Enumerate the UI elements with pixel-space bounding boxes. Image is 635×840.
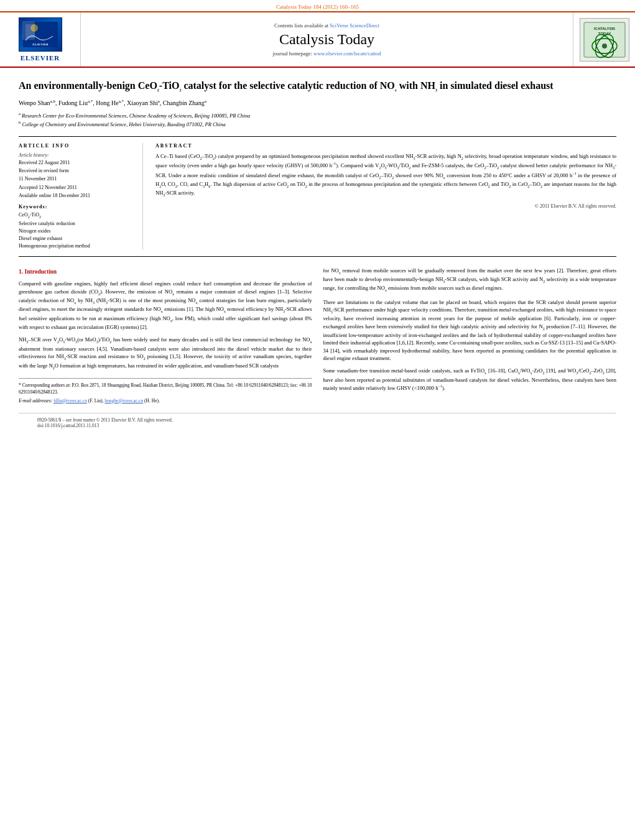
elsevier-logo-image: ELSEVIER	[19, 17, 62, 52]
journal-center: Contents lists available at SciVerse Sci…	[81, 12, 573, 67]
homepage-link[interactable]: www.elsevier.com/locate/cattod	[313, 50, 381, 57]
catalysis-logo-area: ICATALYSIS TODAY	[573, 12, 635, 67]
affiliation-b: b College of Chemistry and Environmental…	[19, 119, 616, 129]
article-info-title: ARTICLE INFO	[19, 143, 134, 149]
intro-heading: 1. Introduction	[19, 268, 312, 277]
abstract-column: ABSTRACT A Ce–Ti based (CeO2–TiO2) catal…	[155, 143, 616, 250]
history-label: Article history:	[19, 152, 134, 158]
right-para-2: There are limitations to the catalyst vo…	[323, 298, 617, 362]
body-columns: 1. Introduction Compared with gasoline e…	[19, 267, 616, 407]
doi-line: doi:10.1016/j.cattod.2011.11.013	[37, 423, 598, 428]
issn-line: 0920-5861/$ – see front matter © 2011 El…	[37, 417, 598, 423]
keywords-section: Keywords: CeO2-TiO2 Selective catalytic …	[19, 204, 134, 250]
copyright-line: © 2011 Elsevier B.V. All rights reserved…	[155, 203, 616, 209]
info-abstract-section: ARTICLE INFO Article history: Received 2…	[19, 136, 616, 257]
body-left-column: 1. Introduction Compared with gasoline e…	[19, 267, 312, 407]
keyword-2: Selective catalytic reduction	[19, 220, 134, 228]
elsevier-logo-area: ELSEVIER ELSEVIER	[0, 12, 81, 67]
affiliations: a Research Center for Eco-Environmental …	[19, 111, 616, 129]
footnote-emails: E-mail addresses: fdliu@rcees.ac.cn (F. …	[19, 398, 312, 405]
article-title: An environmentally-benign CeO2-TiO2 cata…	[19, 79, 616, 93]
elsevier-label: ELSEVIER	[21, 54, 60, 62]
catalysis-logo: ICATALYSIS TODAY	[580, 18, 629, 62]
svg-point-11	[602, 44, 607, 48]
footnote-corresponding: * Corresponding authors at: P.O. Box 287…	[19, 382, 312, 396]
journal-header: ELSEVIER ELSEVIER Contents lists availab…	[0, 12, 635, 68]
contents-available-line: Contents lists available at SciVerse Sci…	[274, 22, 379, 29]
sciversedirect-link[interactable]: SciVerse ScienceDirect	[330, 22, 379, 29]
keywords-title: Keywords:	[19, 204, 134, 210]
intro-para-2: NH3–SCR over V2O5-WO3(or MoO3)/TiO2 has …	[19, 336, 312, 370]
abstract-text: A Ce–Ti based (CeO2–TiO2) catalyst prepa…	[155, 152, 616, 198]
keyword-5: Homogeneous precipitation method	[19, 242, 134, 250]
right-para-1: for NOx removal from mobile sources will…	[323, 267, 617, 293]
article-content: An environmentally-benign CeO2-TiO2 cata…	[0, 68, 635, 443]
svg-text:ICATALYSIS: ICATALYSIS	[593, 27, 614, 30]
accepted-date: Accepted 12 November 2011	[19, 184, 134, 191]
keyword-3: Nitrogen oxides	[19, 228, 134, 235]
revised-label: Received in revised form	[19, 167, 134, 174]
intro-para-1: Compared with gasoline engines, highly f…	[19, 280, 312, 331]
elsevier-logo: ELSEVIER ELSEVIER	[19, 17, 62, 62]
body-right-column: for NOx removal from mobile sources will…	[323, 267, 617, 407]
bottom-bar: 0920-5861/$ – see front matter © 2011 El…	[19, 413, 616, 432]
journal-banner: Catalysis Today 184 (2012) 160–165	[0, 0, 635, 12]
journal-title: Catalysis Today	[279, 31, 374, 48]
received-date: Received 22 August 2011	[19, 159, 134, 166]
keyword-4: Diesel engine exhaust	[19, 235, 134, 242]
homepage-line: journal homepage: www.elsevier.com/locat…	[272, 50, 381, 57]
revised-date: 11 November 2011	[19, 175, 134, 182]
svg-rect-1	[25, 24, 35, 38]
abstract-title: ABSTRACT	[155, 143, 616, 149]
keyword-1: CeO2-TiO2	[19, 211, 134, 220]
svg-point-2	[30, 24, 38, 32]
journal-reference: Catalysis Today 184 (2012) 160–165	[276, 4, 359, 10]
footnotes: * Corresponding authors at: P.O. Box 287…	[19, 378, 312, 405]
available-date: Available online 18 December 2011	[19, 192, 134, 199]
right-para-3: Some vanadium-free transition metal-base…	[323, 367, 617, 392]
affiliation-a: a Research Center for Eco-Environmental …	[19, 111, 616, 120]
svg-text:ELSEVIER: ELSEVIER	[32, 43, 49, 46]
article-info-column: ARTICLE INFO Article history: Received 2…	[19, 143, 143, 250]
authors-line: Wenpo Shana,b, Fudong Liua,*, Hong Hea,*…	[19, 99, 616, 106]
